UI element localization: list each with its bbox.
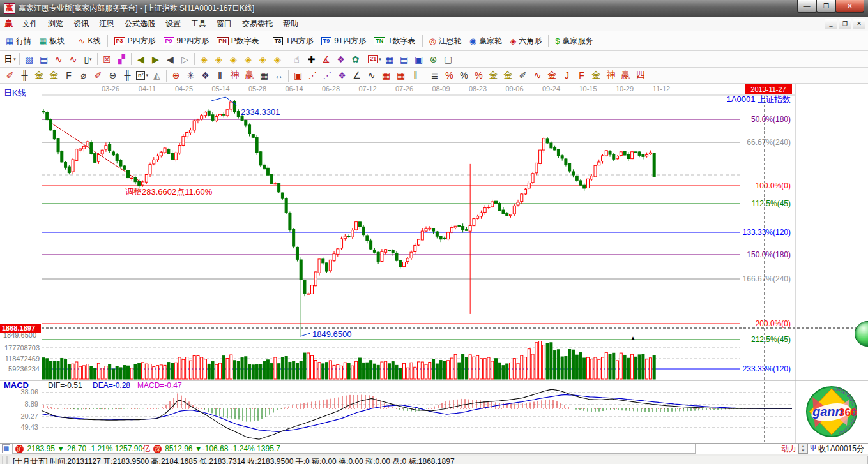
prev-bar-button[interactable]: ◀ [163,53,178,66]
hspan-tool[interactable]: ↔ [271,69,286,82]
ying-angle-tool[interactable]: 赢 [618,69,633,82]
knot-tool-button[interactable]: ✿ [348,53,363,66]
9t-square-button[interactable]: T99T四方形 [318,34,370,48]
t-table-button[interactable]: TNT数字表 [370,34,418,48]
gold-ruler-tool[interactable]: 金 [32,69,47,82]
period-spinner[interactable]: ▲ ▼ [798,444,808,454]
workstation-button[interactable]: ▢ [441,53,455,66]
pause-mark-tool[interactable]: Ⅱ [213,69,227,82]
measure-grid-tool[interactable]: ▦ [257,69,271,82]
notepad-button[interactable]: ▤ [397,53,411,66]
parallel-lines-tool[interactable]: ‖ [408,69,423,82]
j-angle-tool[interactable]: J [560,69,574,82]
brush-tool[interactable]: ✐ [3,69,17,82]
menu-item-3[interactable]: 江恩 [94,17,119,31]
winner-service-button[interactable]: $赢家服务 [552,34,596,48]
si-angle-tool[interactable]: 四 [633,69,648,82]
angle-line-tool[interactable]: ∠ [349,69,364,82]
menu-item-9[interactable]: 帮助 [278,17,303,31]
menu-item-7[interactable]: 窗口 [211,17,237,31]
export-web-button[interactable]: ⊛ [426,53,441,66]
percent-tool[interactable]: % [457,69,471,82]
hand-tool-button[interactable]: ☝ [289,53,304,66]
diamond-right-button[interactable]: ◈ [211,53,226,66]
calculator-button[interactable]: ▦ [382,53,397,66]
shen-grid-tool[interactable]: 神 [227,69,242,82]
diamond-vshrink-button[interactable]: ◈ [255,53,270,66]
percent-lines-tool[interactable]: % [471,69,486,82]
spin-down-icon[interactable]: ▼ [799,449,807,453]
next-bar-button[interactable]: ▷ [178,53,192,66]
gold-angle-tool[interactable]: 金 [589,69,604,82]
f-angle-tool[interactable]: F [574,69,589,82]
circle-ruler-tool[interactable]: ⊖ [105,69,120,82]
save-button[interactable]: ▣ [411,53,426,66]
menu-item-5[interactable]: 设置 [160,17,186,31]
diamond-hshrink-button[interactable]: ◈ [241,53,255,66]
calendar-button[interactable]: 21▾ [367,53,382,66]
box-select-tool[interactable]: ▣ [291,69,305,82]
kline-mark-icon[interactable]: ☒ [100,53,114,66]
hexagon-button[interactable]: ◈六角形 [506,34,545,48]
pattern-zoom-icon[interactable]: ▧ [22,53,36,66]
gann-wheel-button[interactable]: ◎江恩轮 [426,34,465,48]
mdi-restore-button[interactable]: ❐ [839,19,851,29]
candle-style-dropdown[interactable]: ▯▾ [80,53,95,66]
p-table-button[interactable]: PNP数字表 [213,34,263,48]
gold-red-tool[interactable]: 金 [545,69,560,82]
shen-angle-tool[interactable]: 神 [604,69,618,82]
fan-red-tool[interactable]: ⋰ [305,69,320,82]
star-grid-tool[interactable]: ✳ [183,69,198,82]
9p-square-button[interactable]: P99P四方形 [160,34,213,48]
minimize-button[interactable]: — [797,0,817,13]
gold-circle-tool[interactable]: 金 [486,69,501,82]
menu-item-4[interactable]: 公式选股 [119,17,160,31]
last-bar-button[interactable]: ▶ [148,53,163,66]
ying-grid-tool[interactable]: 赢 [242,69,257,82]
n2-tool[interactable]: n²▾ [135,69,149,82]
bars-9-icon[interactable]: ∿ [66,53,80,66]
menu-item-2[interactable]: 资讯 [68,17,94,31]
fan-purple-tool[interactable]: ⋰ [320,69,335,82]
gold-ruler2-tool[interactable]: 金 [47,69,61,82]
close-button[interactable]: ✕ [835,0,864,13]
f-ruler-tool[interactable]: F [61,69,76,82]
first-bar-button[interactable]: ◀ [133,53,148,66]
menu-item-1[interactable]: 浏览 [43,17,68,31]
restore-button[interactable]: ❐ [816,0,836,13]
angle-measure-button[interactable]: ∡ [319,53,333,66]
candle-type-dropdown[interactable]: 日▾ [3,53,17,66]
volume-profile-icon[interactable]: ▞ [114,53,129,66]
quotes-button[interactable]: ▦行情 [3,34,34,48]
trend-pct-tool[interactable]: % [442,69,457,82]
f10-info-icon[interactable]: ▤ [36,53,51,66]
grid-red-tool[interactable]: ▦ [379,69,393,82]
grid-ruler-tool[interactable]: ╫ [17,69,32,82]
menu-item-0[interactable]: 文件 [17,17,43,31]
winner-wheel-button[interactable]: ◉赢家轮 [466,34,505,48]
kline-button[interactable]: ∿K线 [75,34,104,48]
brush2-tool[interactable]: ✐ [91,69,105,82]
diamond-vexpand-button[interactable]: ◈ [270,53,285,66]
angle-flag-tool[interactable]: ◭ [149,69,164,82]
brush-flag-tool[interactable]: ✐ [515,69,530,82]
sectors-button[interactable]: ▦板块 [36,34,68,48]
t-square-button[interactable]: T3T四方形 [270,34,317,48]
mdi-close-button[interactable]: ✕ [853,19,865,29]
menu-item-8[interactable]: 交易委托 [237,17,278,31]
cluster-bars-tool[interactable]: ≣ [427,69,442,82]
crosshair-tool-button[interactable]: ✚ [304,53,319,66]
band-tool[interactable]: ∿ [530,69,545,82]
square-grid-tool[interactable]: ❖ [198,69,213,82]
gann-box-tool[interactable]: ❖ [335,69,349,82]
bars-3-icon[interactable]: ∿ [51,53,66,66]
grid-red2-tool[interactable]: ▦ [393,69,408,82]
menu-item-6[interactable]: 工具 [186,17,211,31]
gann-shape-button[interactable]: ❖ [333,53,348,66]
gold-lines-tool[interactable]: 金 [501,69,515,82]
spin-up-icon[interactable]: ▲ [799,444,807,449]
mdi-minimize-button[interactable]: _ [825,19,837,29]
wave-tool[interactable]: ∿ [364,69,379,82]
spiral-tool[interactable]: ⌀ [76,69,91,82]
circle-cross-tool[interactable]: ⊕ [169,69,183,82]
